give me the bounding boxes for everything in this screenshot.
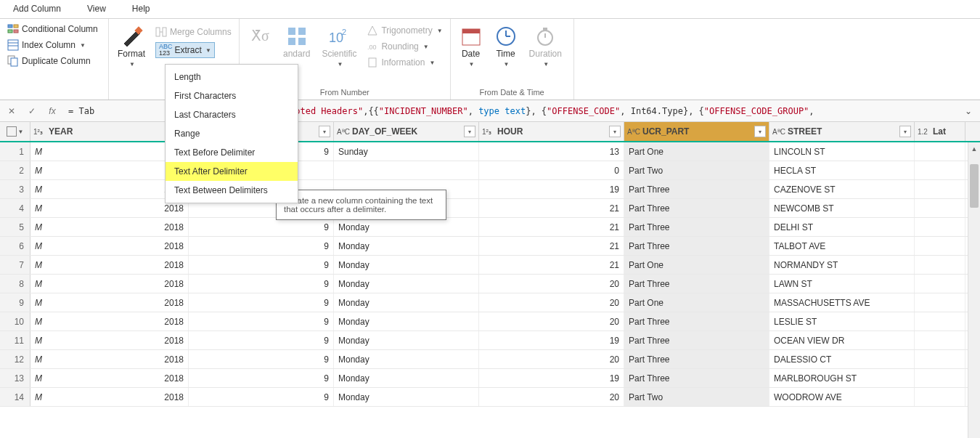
- formula-fx-button[interactable]: fx: [45, 104, 60, 118]
- cell[interactable]: LAWN ST: [769, 275, 915, 293]
- cell[interactable]: 19: [479, 369, 624, 387]
- duplicate-column-button[interactable]: Duplicate Column: [4, 54, 101, 68]
- cell[interactable]: Monday: [334, 369, 479, 387]
- cell[interactable]: Monday: [334, 293, 479, 312]
- cell[interactable]: 20: [479, 388, 624, 406]
- format-button[interactable]: Format▼: [113, 22, 150, 71]
- cell[interactable]: M2018: [30, 256, 189, 274]
- information-button[interactable]: Information ▼: [364, 55, 445, 70]
- column-header-HOUR[interactable]: 1²₃HOUR▾: [479, 122, 624, 141]
- cell[interactable]: [915, 312, 965, 330]
- cell[interactable]: MASSACHUSETTS AVE: [769, 293, 915, 312]
- cell[interactable]: [915, 275, 965, 293]
- extract-button[interactable]: ABC123 Extract ▼: [152, 41, 234, 60]
- menu-help[interactable]: Help: [119, 0, 163, 18]
- cell[interactable]: Sunday: [334, 142, 479, 161]
- cell[interactable]: Part Three: [624, 350, 769, 368]
- cell[interactable]: Monday: [334, 256, 479, 274]
- scroll-up-arrow[interactable]: ▲: [968, 142, 980, 155]
- merge-columns-button[interactable]: Merge Columns: [152, 25, 234, 39]
- cell[interactable]: Part Three: [624, 180, 769, 198]
- menu-view[interactable]: View: [74, 0, 119, 18]
- cell[interactable]: 9: [189, 293, 334, 312]
- cell[interactable]: [915, 331, 965, 349]
- cell[interactable]: DELHI ST: [769, 218, 915, 236]
- cell[interactable]: 21: [479, 199, 624, 217]
- cell[interactable]: M2018: [30, 312, 189, 330]
- table-settings-button[interactable]: ▼: [0, 122, 30, 141]
- cell[interactable]: 9: [189, 218, 334, 236]
- filter-icon[interactable]: ▾: [609, 126, 621, 137]
- table-row[interactable]: 4M20189Monday21Part ThreeNEWCOMB ST: [0, 199, 980, 218]
- cell[interactable]: [334, 161, 479, 179]
- menu-add-column[interactable]: Add Column: [0, 0, 74, 18]
- table-row[interactable]: 7M20189Monday21Part OneNORMANDY ST: [0, 256, 980, 275]
- cell[interactable]: NEWCOMB ST: [769, 199, 915, 217]
- column-header-DAY_OF_WEEK[interactable]: AᴮCDAY_OF_WEEK▾: [334, 122, 479, 141]
- cell[interactable]: [915, 388, 965, 406]
- cell[interactable]: [915, 369, 965, 387]
- cell[interactable]: 0: [479, 161, 624, 179]
- cell[interactable]: 9: [189, 331, 334, 349]
- cell[interactable]: Part Three: [624, 312, 769, 330]
- formula-expand-button[interactable]: ⌄: [961, 104, 976, 118]
- cell[interactable]: Part Three: [624, 199, 769, 217]
- extract-length[interactable]: Length: [166, 68, 298, 86]
- cell[interactable]: 19: [479, 180, 624, 198]
- cell[interactable]: 9: [189, 388, 334, 406]
- cell[interactable]: M2018: [30, 388, 189, 406]
- formula-accept-button[interactable]: ✓: [25, 104, 39, 118]
- cell[interactable]: [915, 256, 965, 274]
- cell[interactable]: CAZENOVE ST: [769, 180, 915, 198]
- cell[interactable]: WOODROW AVE: [769, 388, 915, 406]
- cell[interactable]: HECLA ST: [769, 161, 915, 179]
- cell[interactable]: NORMANDY ST: [769, 256, 915, 274]
- cell[interactable]: 9: [189, 275, 334, 293]
- cell[interactable]: DALESSIO CT: [769, 350, 915, 368]
- table-row[interactable]: 13M20189Monday19Part ThreeMARLBOROUGH ST: [0, 369, 980, 388]
- cell[interactable]: 21: [479, 256, 624, 274]
- cell[interactable]: Part Three: [624, 218, 769, 236]
- cell[interactable]: 20: [479, 293, 624, 312]
- cell[interactable]: Monday: [334, 237, 479, 255]
- vertical-scrollbar[interactable]: ▲: [968, 142, 980, 438]
- standard-button[interactable]: andard: [279, 22, 314, 62]
- cell[interactable]: OCEAN VIEW DR: [769, 331, 915, 349]
- column-header-Lat[interactable]: 1.2Lat: [915, 122, 965, 141]
- column-header-STREET[interactable]: AᴮCSTREET▾: [769, 122, 915, 141]
- table-row[interactable]: 6M20189Monday21Part ThreeTALBOT AVE: [0, 237, 980, 256]
- cell[interactable]: 20: [479, 312, 624, 330]
- cell[interactable]: M2018: [30, 293, 189, 312]
- cell[interactable]: Monday: [334, 331, 479, 349]
- conditional-column-button[interactable]: Conditional Column: [4, 22, 101, 36]
- cell[interactable]: Monday: [334, 218, 479, 236]
- cell[interactable]: Monday: [334, 388, 479, 406]
- cell[interactable]: 19: [479, 331, 624, 349]
- cell[interactable]: MARLBOROUGH ST: [769, 369, 915, 387]
- column-header-UCR_PART[interactable]: AᴮCUCR_PART▾: [624, 122, 769, 141]
- rounding-button[interactable]: .00 Rounding ▼: [364, 39, 445, 54]
- cell[interactable]: Part One: [624, 293, 769, 312]
- filter-icon[interactable]: ▾: [754, 126, 766, 137]
- cell[interactable]: M2018: [30, 237, 189, 255]
- cell[interactable]: M2018: [30, 350, 189, 368]
- cell[interactable]: 20: [479, 275, 624, 293]
- cell[interactable]: [915, 142, 965, 161]
- cell[interactable]: 9: [189, 312, 334, 330]
- cell[interactable]: M2018: [30, 331, 189, 349]
- index-column-button[interactable]: Index Column ▼: [4, 38, 101, 52]
- cell[interactable]: M2018: [30, 218, 189, 236]
- trigonometry-button[interactable]: Trigonometry ▼: [364, 23, 445, 38]
- cell[interactable]: LINCOLN ST: [769, 142, 915, 161]
- table-row[interactable]: 14M20189Monday20Part TwoWOODROW AVE: [0, 388, 980, 407]
- extract-text-before-delimiter[interactable]: Text Before Delimiter: [166, 143, 298, 162]
- duration-button[interactable]: Duration▼: [525, 22, 566, 71]
- cell[interactable]: TALBOT AVE: [769, 237, 915, 255]
- cell[interactable]: Part Three: [624, 331, 769, 349]
- table-row[interactable]: 1M9Sunday13Part OneLINCOLN ST: [0, 142, 980, 161]
- extract-text-after-delimiter[interactable]: Text After Delimiter: [166, 162, 298, 181]
- scientific-button[interactable]: 102 Scientific▼: [317, 22, 361, 71]
- cell[interactable]: [915, 199, 965, 217]
- cell[interactable]: Part Three: [624, 237, 769, 255]
- table-row[interactable]: 10M20189Monday20Part ThreeLESLIE ST: [0, 312, 980, 331]
